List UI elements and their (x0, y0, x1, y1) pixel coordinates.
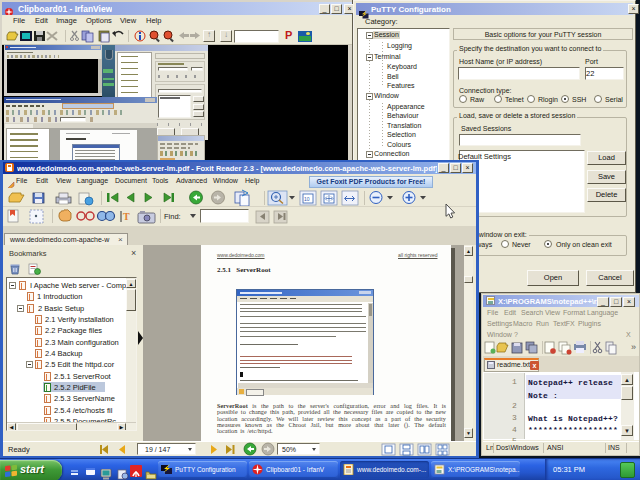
svg-text:T: T (123, 211, 130, 222)
svg-text:10: 10 (304, 196, 310, 202)
